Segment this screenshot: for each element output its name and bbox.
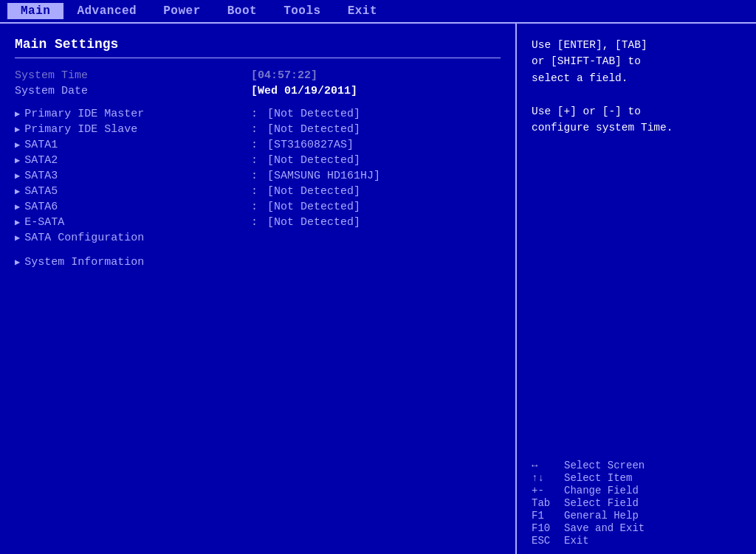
list-item: ESCExit xyxy=(532,535,744,547)
arrow-icon: ▶ xyxy=(15,217,20,228)
list-item: F10Save and Exit xyxy=(532,522,744,534)
bios-screen: MainAdvancedPowerBootToolsExit Main Sett… xyxy=(0,0,756,554)
table-row[interactable]: ▶SATA2:[Not Detected] xyxy=(15,153,501,167)
table-row[interactable]: ▶SATA6:[Not Detected] xyxy=(15,200,501,214)
keybind-action: General Help xyxy=(564,510,639,522)
menu-item-tools[interactable]: Tools xyxy=(270,3,334,19)
panel-divider xyxy=(15,58,501,58)
left-panel: Main Settings System Time [04:57:22] Sys… xyxy=(0,24,517,554)
settings-table: System Time [04:57:22] System Date [Wed … xyxy=(15,69,501,107)
keybind-key: +- xyxy=(532,485,564,496)
menu-item-main[interactable]: Main xyxy=(7,3,63,19)
keybind-action: Change Field xyxy=(564,485,639,496)
keybind-action: Select Item xyxy=(564,472,632,484)
arrow-icon: ▶ xyxy=(15,201,20,212)
list-item: +-Change Field xyxy=(532,485,744,496)
keybind-action: Exit xyxy=(564,535,589,547)
keybind-key: F1 xyxy=(532,510,564,522)
setting-label: ▶SATA6 xyxy=(15,201,251,213)
table-row[interactable]: ▶System Information xyxy=(15,255,501,269)
table-row[interactable]: ▶SATA3:[SAMSUNG HD161HJ] xyxy=(15,169,501,183)
system-time-label: System Time xyxy=(15,69,251,82)
setting-label: ▶E-SATA xyxy=(15,216,251,229)
list-item: ↑↓Select Item xyxy=(532,472,744,484)
setting-value: [Not Detected] xyxy=(267,185,360,198)
arrow-icon: ▶ xyxy=(15,186,20,197)
setting-value: [Not Detected] xyxy=(267,216,360,229)
setting-label: ▶Primary IDE Master xyxy=(15,108,251,120)
setting-label: ▶SATA3 xyxy=(15,170,251,182)
table-row[interactable]: ▶SATA5:[Not Detected] xyxy=(15,184,501,198)
list-item: ↔Select Screen xyxy=(532,460,744,471)
menu-item-exit[interactable]: Exit xyxy=(334,3,391,19)
keybind-key: ↔ xyxy=(532,460,564,471)
keybind-action: Save and Exit xyxy=(564,522,645,534)
setting-value: [SAMSUNG HD161HJ] xyxy=(267,170,380,182)
setting-value: [Not Detected] xyxy=(267,123,360,136)
system-time-value: [04:57:22] xyxy=(251,69,317,82)
menu-item-power[interactable]: Power xyxy=(150,3,214,19)
arrow-icon: ▶ xyxy=(15,232,20,243)
arrow-icon: ▶ xyxy=(15,170,20,181)
setting-value: [ST3160827AS] xyxy=(267,139,354,151)
setting-label: ▶Primary IDE Slave xyxy=(15,123,251,136)
right-panel: Use [ENTER], [TAB]or [SHIFT-TAB] toselec… xyxy=(517,24,756,554)
content-area: Main Settings System Time [04:57:22] Sys… xyxy=(0,24,756,554)
setting-value: [Not Detected] xyxy=(267,108,360,120)
setting-label: ▶SATA1 xyxy=(15,139,251,151)
system-date-row: System Date [Wed 01/19/2011] xyxy=(15,84,501,98)
arrow-icon: ▶ xyxy=(15,139,20,150)
keybind-key: ↑↓ xyxy=(532,472,564,484)
table-row[interactable]: ▶SATA1:[ST3160827AS] xyxy=(15,138,501,152)
setting-value: [Not Detected] xyxy=(267,201,360,213)
arrow-icon: ▶ xyxy=(15,108,20,120)
system-time-row: System Time [04:57:22] xyxy=(15,69,501,83)
arrow-icon: ▶ xyxy=(15,257,20,268)
keybind-key: ESC xyxy=(532,535,564,547)
list-item: F1General Help xyxy=(532,510,744,522)
menu-item-boot[interactable]: Boot xyxy=(214,3,270,19)
device-settings-list: ▶Primary IDE Master:[Not Detected]▶Prima… xyxy=(15,107,501,269)
system-date-value: [Wed 01/19/2011] xyxy=(251,85,357,97)
menu-item-advanced[interactable]: Advanced xyxy=(63,3,150,19)
panel-title: Main Settings xyxy=(15,37,501,52)
setting-label: ▶System Information xyxy=(15,256,251,269)
help-text: Use [ENTER], [TAB]or [SHIFT-TAB] toselec… xyxy=(532,37,744,136)
menu-bar: MainAdvancedPowerBootToolsExit xyxy=(0,0,756,24)
setting-value: [Not Detected] xyxy=(267,154,360,167)
arrow-icon: ▶ xyxy=(15,124,20,135)
system-date-label: System Date xyxy=(15,85,251,97)
keybind-action: Select Screen xyxy=(564,460,645,471)
setting-label: ▶SATA Configuration xyxy=(15,232,251,244)
list-item: TabSelect Field xyxy=(532,497,744,509)
keybind-action: Select Field xyxy=(564,497,639,509)
table-row[interactable]: ▶Primary IDE Slave:[Not Detected] xyxy=(15,122,501,136)
table-row[interactable]: ▶E-SATA:[Not Detected] xyxy=(15,215,501,229)
table-row[interactable]: ▶Primary IDE Master:[Not Detected] xyxy=(15,107,501,121)
keybind-key: F10 xyxy=(532,522,564,534)
keybind-key: Tab xyxy=(532,497,564,509)
setting-label: ▶SATA5 xyxy=(15,185,251,198)
keybinds-list: ↔Select Screen↑↓Select Item+-Change Fiel… xyxy=(532,460,744,547)
setting-label: ▶SATA2 xyxy=(15,154,251,167)
table-row[interactable]: ▶SATA Configuration xyxy=(15,231,501,245)
arrow-icon: ▶ xyxy=(15,155,20,166)
